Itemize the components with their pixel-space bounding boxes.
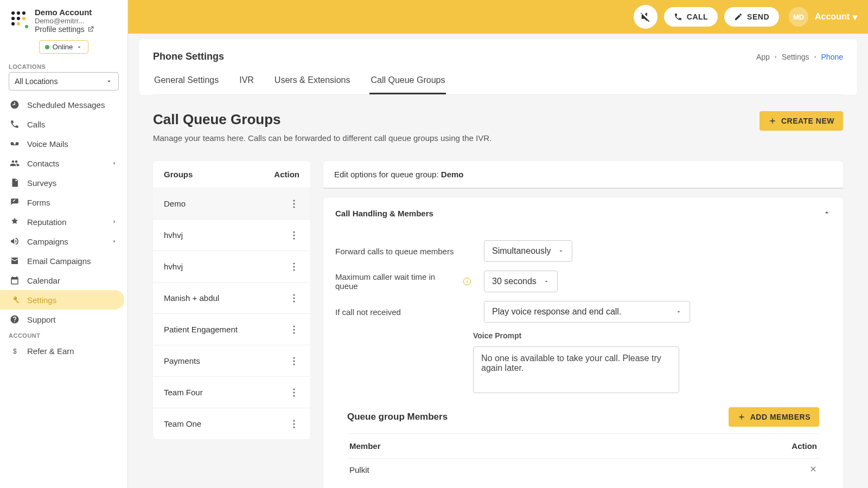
forward-mode-select[interactable]: Simultaneously [484, 240, 572, 262]
svg-point-5 [22, 17, 25, 20]
groups-action-header: Action [274, 170, 299, 179]
remove-member-button[interactable] [809, 465, 817, 474]
sidebar-item-forms[interactable]: Forms [0, 192, 124, 212]
group-more-button[interactable] [289, 388, 299, 397]
panel-body: Forward calls to queue members Simultane… [323, 229, 843, 488]
edit-bar-prefix: Edit options for queue group: [334, 170, 441, 179]
sidebar-item-voice-mails[interactable]: Voice Mails [0, 134, 124, 153]
contacts-icon [10, 158, 20, 168]
section-title: Call Queue Groups [153, 111, 492, 128]
group-name: Team Four [164, 388, 203, 397]
groups-header: Groups [164, 170, 193, 179]
breadcrumb-app[interactable]: App [756, 53, 770, 61]
profile-name: Demo Account [35, 8, 94, 17]
group-row[interactable]: Patient Engagement [153, 313, 310, 345]
add-members-button[interactable]: ADD MEMBERS [729, 407, 819, 427]
tab-ivr[interactable]: IVR [238, 75, 255, 94]
voice-prompt-textarea[interactable]: No one is available to take your call. P… [473, 346, 679, 393]
sidebar: Demo Account Demo@emitrr... Profile sett… [0, 0, 128, 488]
location-selector[interactable]: All Locations [9, 72, 119, 91]
sidebar-item-label: Calendar [27, 276, 60, 285]
tab-users-extensions[interactable]: Users & Extensions [273, 75, 352, 94]
sidebar-item-reputation[interactable]: Reputation [0, 212, 124, 232]
wait-label-text: Maximum caller wait time in queue [335, 272, 460, 291]
info-icon[interactable]: i [463, 278, 471, 285]
sidebar-item-surveys[interactable]: Surveys [0, 173, 124, 192]
campaigns-icon [10, 236, 20, 246]
group-row[interactable]: Demo [153, 188, 310, 219]
speaker-mute-button[interactable] [634, 5, 658, 29]
panel-toggle[interactable]: Call Handling & Members [323, 197, 843, 229]
forward-mode-value: Simultaneously [492, 246, 551, 256]
scheduled-messages-icon [10, 100, 20, 110]
group-name: Payments [164, 356, 200, 365]
content-scroll: Phone Settings AppSettingsPhone General … [128, 34, 868, 488]
support-icon [10, 314, 20, 324]
group-more-button[interactable] [289, 420, 299, 428]
right-pane: CALL SEND MD Account ▾ Phone Settings Ap… [128, 0, 868, 488]
profile-settings-label: Profile settings [35, 25, 85, 34]
sidebar-item-email-campaigns[interactable]: Email Campaigns [0, 251, 124, 271]
svg-point-31 [293, 423, 295, 425]
group-more-button[interactable] [289, 325, 299, 334]
account-menu[interactable]: Account ▾ [815, 12, 857, 22]
account-section-label: ACCOUNT [0, 329, 127, 341]
presence-selector[interactable]: Online [39, 40, 89, 54]
profile-settings-link[interactable]: Profile settings [35, 25, 94, 34]
sidebar-item-support[interactable]: Support [0, 310, 124, 329]
group-row[interactable]: Manish + abdul [153, 282, 310, 313]
tab-general-settings[interactable]: General Settings [153, 75, 220, 94]
sidebar-item-settings[interactable]: Settings [0, 290, 124, 310]
group-more-button[interactable] [289, 357, 299, 365]
member-row: Pulkit [347, 459, 819, 481]
not-received-select[interactable]: Play voice response and end call. [484, 301, 690, 323]
members-rows: Pulkit [347, 459, 819, 481]
group-more-button[interactable] [289, 231, 299, 240]
sidebar-item-scheduled-messages[interactable]: Scheduled Messages [0, 95, 124, 114]
svg-point-14 [293, 237, 295, 239]
breadcrumb-phone[interactable]: Phone [821, 53, 843, 61]
group-row[interactable]: Team One [153, 408, 310, 439]
group-name: hvhvj [164, 230, 183, 240]
group-row[interactable]: Payments [153, 345, 310, 376]
nav-account: $Refer & Earn [0, 341, 127, 361]
group-row[interactable]: Team Four [153, 376, 310, 408]
page-header-card: Phone Settings AppSettingsPhone General … [139, 39, 857, 95]
svg-point-22 [293, 329, 295, 330]
location-selector-value: All Locations [15, 77, 58, 86]
group-more-button[interactable] [289, 262, 299, 271]
sidebar-item-calls[interactable]: Calls [0, 114, 124, 134]
send-button[interactable]: SEND [724, 7, 779, 27]
members-title: Queue group Members [347, 412, 448, 422]
speaker-off-icon [640, 11, 652, 23]
svg-point-3 [11, 17, 15, 20]
group-more-button[interactable] [289, 294, 299, 303]
group-row[interactable]: hvhvj [153, 251, 310, 282]
create-new-button[interactable]: CREATE NEW [760, 111, 843, 131]
svg-point-29 [293, 395, 295, 396]
caret-down-icon [105, 78, 113, 85]
sidebar-item-calendar[interactable]: Calendar [0, 271, 124, 290]
group-row[interactable]: hvhvj [153, 219, 310, 251]
reputation-icon [10, 217, 20, 227]
wait-time-select[interactable]: 30 seconds [484, 271, 558, 292]
group-more-button[interactable] [289, 200, 299, 208]
calls-icon [10, 119, 20, 129]
not-received-value: Play voice response and end call. [492, 307, 621, 317]
breadcrumb-settings[interactable]: Settings [782, 53, 809, 61]
sidebar-item-contacts[interactable]: Contacts [0, 153, 124, 173]
sidebar-item-label: Voice Mails [27, 139, 68, 149]
sidebar-item-campaigns[interactable]: Campaigns [0, 232, 124, 251]
panel-title: Call Handling & Members [335, 209, 433, 218]
svg-point-9 [293, 200, 295, 201]
call-button[interactable]: CALL [664, 7, 718, 27]
presence-dot-icon [45, 45, 49, 49]
plus-icon [768, 117, 777, 125]
member-action-header: Action [792, 441, 817, 451]
sidebar-item-refer-earn[interactable]: $Refer & Earn [0, 341, 124, 361]
svg-point-32 [293, 426, 295, 428]
tab-call-queue-groups[interactable]: Call Queue Groups [369, 75, 446, 94]
avatar[interactable]: MD [789, 7, 808, 27]
section-subtitle: Manage your teams here. Calls can be for… [153, 133, 492, 143]
topbar: CALL SEND MD Account ▾ [128, 0, 868, 34]
